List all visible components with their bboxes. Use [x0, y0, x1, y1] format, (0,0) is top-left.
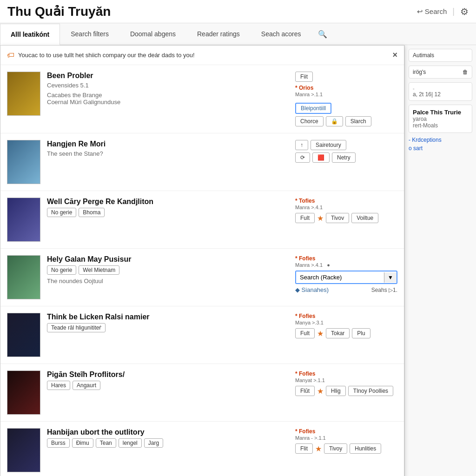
book-tag: lengel	[119, 438, 142, 448]
close-button[interactable]: ×	[392, 50, 397, 60]
action-label: * Fofies	[295, 428, 397, 435]
search-link-icon: ↩	[417, 7, 423, 16]
action-btn-plu[interactable]: Plu	[352, 328, 370, 338]
star-icon: ★	[315, 444, 322, 453]
sidebar-item-irogs[interactable]: irög's 🗑	[409, 66, 472, 79]
dropdown-arrow[interactable]: ▼	[384, 272, 397, 283]
collection-yaroa: yaroa	[413, 116, 468, 122]
tab-doomal[interactable]: Doomal abgens	[119, 23, 186, 45]
book-item: Think be Licken Ralsi namier Teade rāl h…	[0, 306, 404, 364]
action-label: * Tofies	[295, 198, 397, 204]
book-tag: Ðimu	[72, 438, 93, 448]
book-cover	[7, 313, 40, 357]
action-sub: Manra >.1.1	[295, 92, 397, 97]
sidebar-link-osart[interactable]: o sart	[409, 145, 472, 152]
action-btn-up[interactable]: ↑	[295, 140, 308, 150]
book-tag: Jarg	[144, 438, 163, 448]
action-btn-bleipontiill[interactable]: Bleipontiill	[295, 103, 331, 114]
book-item: Hanbijan ubort the outlitory Burss Ðimu …	[0, 422, 404, 476]
action-btn-flit[interactable]: Flit	[295, 443, 313, 454]
seahs-text: Seahs ▷1.	[371, 287, 397, 293]
star-icon: ★	[317, 387, 324, 396]
book-info: Pigān Steĩh Proflitors/ Hares Angaurt	[47, 370, 289, 393]
sidebar-collection: Palce This Trurie yaroa rert-Moals	[409, 105, 472, 133]
book-actions: ↑ Sairetoury ⟳ 🟥 Netry	[295, 140, 397, 163]
book-title: Hanbijan ubort the outlitory	[47, 428, 289, 436]
action-btn-fult[interactable]: Fult	[295, 213, 315, 223]
action-btn-fiit[interactable]: Fiit	[295, 72, 313, 82]
sidebar-irogs-icon: 🗑	[463, 69, 468, 75]
action-btn-tokar[interactable]: Tokar	[326, 328, 350, 338]
book-actions: * Fofies Manya >.3.1 Fult ★ Tokar Plu	[295, 313, 397, 338]
action-btn-fult[interactable]: Fult	[295, 328, 315, 338]
book-tags: Teade rāl hligunititeṙ	[47, 323, 289, 332]
tab-bar: Alll leatikónt Search filters Doomal abg…	[0, 23, 476, 45]
book-actions: * Fofies Manyat >.1.1 Flũt ★ Hlig TInoy …	[295, 370, 397, 396]
book-actions: * Fofies Manra - >.1.1 Flit ★ Tivoy Hunl…	[295, 428, 397, 454]
book-info: Well Cāry Perge Re Kandjliton No gerie B…	[47, 198, 289, 220]
right-sidebar: Autimals irög's 🗑 - a, 2t 16| 12 Palce T…	[404, 45, 476, 476]
book-cover	[7, 428, 40, 472]
action-btn-slarch[interactable]: Slarch	[345, 116, 371, 126]
book-cover	[7, 72, 40, 116]
collection-title: Palce This Trurie	[413, 109, 468, 116]
action-btn-flit[interactable]: Flũt	[295, 386, 315, 396]
book-tag: Hares	[47, 381, 70, 390]
book-title: Well Cāry Perge Re Kandjliton	[47, 198, 289, 206]
action-btn-hlig[interactable]: Hlig	[326, 386, 346, 396]
book-item: Hangjen Re Mori The seen the Stane? ↑ Sa…	[0, 133, 404, 191]
book-tag: Teade rāl hligunititeṙ	[47, 323, 106, 332]
book-subtitle2: The noundes Oojtuul	[47, 278, 289, 284]
settings-icon[interactable]: ⚙	[460, 6, 469, 17]
book-info: Hely Galan May Pusisur No gerie Wel Miet…	[47, 255, 289, 287]
book-title: Pigān Steĩh Proflitors/	[47, 370, 289, 379]
book-actions: * Tofies Manra >.4.1 Fult ★ Tivov Voiltu…	[295, 198, 397, 223]
action-btn-tivov[interactable]: Tivov	[326, 213, 349, 223]
book-title: Hely Galan May Pusisur	[47, 255, 289, 264]
book-item: Well Cāry Perge Re Kandjliton No gerie B…	[0, 191, 404, 249]
collection-moals: rert-Moals	[413, 122, 468, 129]
action-btn-tlnoy[interactable]: TInoy Poollies	[348, 386, 393, 396]
action-buttons: ↑ Sairetoury	[295, 140, 397, 150]
search-racke-input[interactable]	[296, 271, 384, 283]
action-buttons: Fult ★ Tivov Voiltue	[295, 213, 397, 223]
book-tag: No gerie	[47, 265, 76, 275]
book-cover	[7, 370, 40, 415]
action-btn-hunlities[interactable]: Hunlities	[350, 443, 381, 454]
action-btn-chorce[interactable]: Chorce	[295, 116, 324, 126]
action-sub: Manyat >.1.1	[295, 377, 397, 383]
search-link[interactable]: ↩ Search	[417, 7, 447, 16]
action-sub: Manra >.4.1	[295, 205, 397, 210]
tab-filters[interactable]: Search filters	[60, 23, 119, 45]
action-label: * Orios	[295, 85, 397, 91]
book-tag: No gerie	[47, 208, 76, 217]
header-divider: |	[452, 7, 455, 16]
book-tag: Tean	[96, 438, 116, 448]
action-btn-lock[interactable]: 🔒	[326, 116, 343, 126]
action-extra-buttons: ⟳ 🟥 Netry	[295, 152, 397, 163]
sidebar-link-krdceptions[interactable]: - Krdceptions	[409, 137, 472, 143]
main-content: 🏷 Youcac to to use tullt het shiich comp…	[0, 45, 476, 476]
action-label: * Fofies	[295, 370, 397, 377]
tab-all[interactable]: Alll leatikónt	[0, 24, 60, 45]
book-item: Hely Galan May Pusisur No gerie Wel Miet…	[0, 249, 404, 306]
book-item: Been Probler Cevensides 5.1 Cacabes the …	[0, 65, 404, 133]
tab-scores[interactable]: Seach acores	[251, 23, 312, 45]
action-buttons: Flũt ★ Hlig TInoy Poollies	[295, 386, 397, 396]
action-btn-tivoy[interactable]: Tivoy	[324, 443, 347, 454]
book-info: Hanbijan ubort the outlitory Burss Ðimu …	[47, 428, 289, 450]
sidebar-item-autimals[interactable]: Autimals	[409, 49, 472, 62]
sidebar-item-date: - a, 2t 16| 12	[409, 82, 472, 101]
book-list: Been Probler Cevensides 5.1 Cacabes the …	[0, 65, 404, 476]
action-btn-rotate[interactable]: ⟳	[295, 152, 310, 163]
action-btn-sairetoury[interactable]: Sairetoury	[311, 140, 346, 150]
search-dropdown: ▼	[295, 271, 397, 284]
tab-search-icon[interactable]: 🔍	[311, 25, 334, 43]
popup-panel: 🏷 Youcac to to use tullt het shiich comp…	[0, 45, 404, 476]
info-text: Youcac to to use tullt het shiich compar…	[18, 52, 195, 59]
tab-ratings[interactable]: Reader ratings	[186, 23, 251, 45]
action-btn-voiltue[interactable]: Voiltue	[351, 213, 378, 223]
action-btn-netry[interactable]: Netry	[332, 152, 356, 163]
action-btn-red[interactable]: 🟥	[312, 152, 330, 163]
book-subtitle: The seen the Stane?	[47, 150, 289, 157]
